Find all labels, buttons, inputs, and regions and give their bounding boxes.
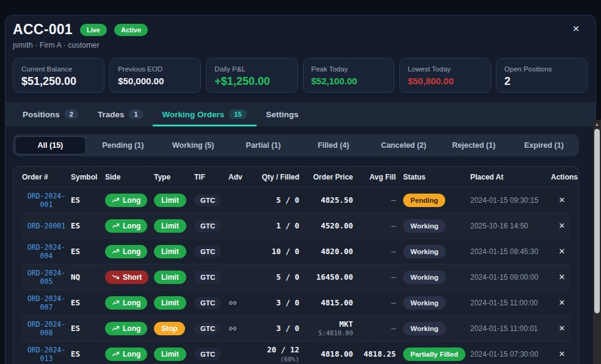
close-icon[interactable]: ✕ xyxy=(572,24,580,34)
tab-label: Trades xyxy=(98,110,125,119)
filter-pill[interactable]: Filled (4) xyxy=(299,134,369,156)
type-cell: Stop xyxy=(154,322,194,335)
filter-pill[interactable]: All (15) xyxy=(15,136,86,155)
tab-count-badge: 1 xyxy=(129,109,142,119)
tif-badge: GTC xyxy=(194,322,221,335)
symbol-cell: ES xyxy=(71,349,105,359)
qty-value: 5 / 0 xyxy=(276,272,299,282)
cancel-order-icon[interactable]: ✕ xyxy=(551,195,573,205)
order-price-cell: 4820.00 xyxy=(307,247,360,256)
order-id-link[interactable]: ORD-2024-005 xyxy=(22,269,71,286)
order-row: ORD-2024-013 ES Long Limit GTC 20 / 12 (… xyxy=(22,341,570,364)
account-detail-modal: ACC-001 Live Active jsmith · Firm A · cu… xyxy=(5,15,596,364)
type-cell: Limit xyxy=(154,271,194,284)
qty-value: 10 / 0 xyxy=(272,247,299,256)
status-badge: Working xyxy=(403,245,446,258)
tab-working-orders[interactable]: Working Orders 15 xyxy=(153,102,257,126)
filter-label: Canceled (2) xyxy=(381,141,426,150)
order-id-link[interactable]: ORD-2024-007 xyxy=(22,294,71,311)
tab-positions[interactable]: Positions 2 xyxy=(13,102,88,126)
side-label: Long xyxy=(123,247,140,256)
symbol-cell: ES xyxy=(71,298,105,307)
stat-card: Previous EOD $50,000.00 xyxy=(109,58,201,93)
trend-down-icon xyxy=(112,273,120,281)
filter-pill[interactable]: Expired (1) xyxy=(509,134,579,156)
tab-label: Settings xyxy=(266,110,299,119)
order-type-badge: Limit xyxy=(154,348,186,361)
stat-value: $50,000.00 xyxy=(118,75,192,87)
price-value: MKT xyxy=(307,320,353,329)
symbol-cell: ES xyxy=(71,221,105,230)
order-id-link[interactable]: ORD-2024-013 xyxy=(22,346,71,363)
qty-filled-cell: 1 / 0 xyxy=(255,221,307,230)
price-value: 4825.50 xyxy=(307,196,353,205)
filter-pill[interactable]: Partial (1) xyxy=(228,134,299,156)
order-id-link[interactable]: ORD-2024-001 xyxy=(22,192,71,209)
cancel-order-icon[interactable]: ✕ xyxy=(551,221,573,230)
avg-fill-cell: — xyxy=(360,298,403,307)
qty-value: 20 / 12 xyxy=(267,345,299,354)
side-label: Long xyxy=(123,222,140,230)
placed-at-cell: 2024-01-15 08:45:30 xyxy=(470,247,551,256)
tab-settings[interactable]: Settings xyxy=(257,102,308,126)
filter-label: Pending (1) xyxy=(102,141,144,150)
status-cell: Partially Filled xyxy=(403,348,470,361)
side-cell: Long xyxy=(105,194,154,207)
scroll-up-icon[interactable]: ▲ xyxy=(593,120,601,128)
tif-badge: GTC xyxy=(194,348,221,360)
tab-trades[interactable]: Trades 1 xyxy=(88,102,153,126)
filter-pill[interactable]: Canceled (2) xyxy=(368,134,439,156)
cancel-order-icon[interactable]: ✕ xyxy=(551,272,573,282)
column-header: Symbol xyxy=(71,173,105,181)
avg-fill-cell: — xyxy=(360,221,403,230)
avg-fill-cell: — xyxy=(360,247,403,256)
stat-card: Current Balance $51,250.00 xyxy=(13,58,104,93)
tab-bar: Positions 2 Trades 1 Working Orders 15 S… xyxy=(5,102,596,126)
placed-at-cell: 2024-01-15 11:00:00 xyxy=(470,299,551,307)
column-header: Status xyxy=(403,173,470,181)
order-price-cell: 4818.00 xyxy=(307,350,360,359)
status-cell: Working xyxy=(403,322,470,335)
placed-at-cell: 2024-01-15 11:00:01 xyxy=(470,324,551,333)
cancel-order-icon[interactable]: ✕ xyxy=(551,298,573,307)
filter-pill[interactable]: Pending (1) xyxy=(88,134,158,156)
stat-label: Peak Today xyxy=(311,65,386,73)
stat-card: Open Positions 2 xyxy=(496,58,588,93)
price-value: 16450.00 xyxy=(307,273,353,282)
filter-pill[interactable]: Rejected (1) xyxy=(439,134,509,156)
qty-filled-cell: 5 / 0 xyxy=(255,272,307,282)
tab-count-badge: 2 xyxy=(65,109,78,119)
stat-cards: Current Balance $51,250.00 Previous EOD … xyxy=(13,58,588,93)
trend-up-icon xyxy=(112,222,120,230)
trend-up-icon xyxy=(112,324,120,332)
tif-cell: GTC xyxy=(194,246,228,258)
qty-filled-cell: 10 / 0 xyxy=(255,247,307,256)
order-id-link[interactable]: ORD-20001 xyxy=(22,222,71,230)
stat-label: Current Balance xyxy=(21,65,96,73)
order-id-link[interactable]: ORD-2024-008 xyxy=(22,320,71,337)
scrollbar-thumb[interactable] xyxy=(594,129,600,313)
side-cell: Long xyxy=(105,245,154,258)
scrollbar[interactable]: ▲ xyxy=(593,120,601,364)
symbol-cell: ES xyxy=(71,195,105,205)
cancel-order-icon[interactable]: ✕ xyxy=(551,349,573,359)
filter-pill[interactable]: Working (5) xyxy=(158,134,228,156)
link-icon xyxy=(228,324,237,333)
order-type-badge: Stop xyxy=(154,322,185,335)
stat-label: Open Positions xyxy=(504,65,579,73)
cancel-order-icon[interactable]: ✕ xyxy=(551,247,573,256)
price-value: 4818.00 xyxy=(307,350,353,359)
cancel-order-icon[interactable]: ✕ xyxy=(551,324,573,333)
order-row: ORD-2024-005 NQ Short Limit GTC 5 / 0 16… xyxy=(22,264,570,289)
tab-label: Positions xyxy=(23,110,60,119)
trend-up-icon xyxy=(112,299,120,307)
stat-label: Daily P&L xyxy=(214,65,289,73)
status-badge: Working xyxy=(403,219,446,233)
side-badge: Long xyxy=(105,194,147,207)
order-id-link[interactable]: ORD-2024-004 xyxy=(22,243,71,260)
placed-at-cell: 2024-01-15 09:30:15 xyxy=(470,196,551,205)
stat-card: Peak Today $52,100.00 xyxy=(303,58,395,93)
side-badge: Long xyxy=(105,296,147,310)
side-label: Long xyxy=(123,196,140,205)
order-type-badge: Limit xyxy=(154,271,186,284)
